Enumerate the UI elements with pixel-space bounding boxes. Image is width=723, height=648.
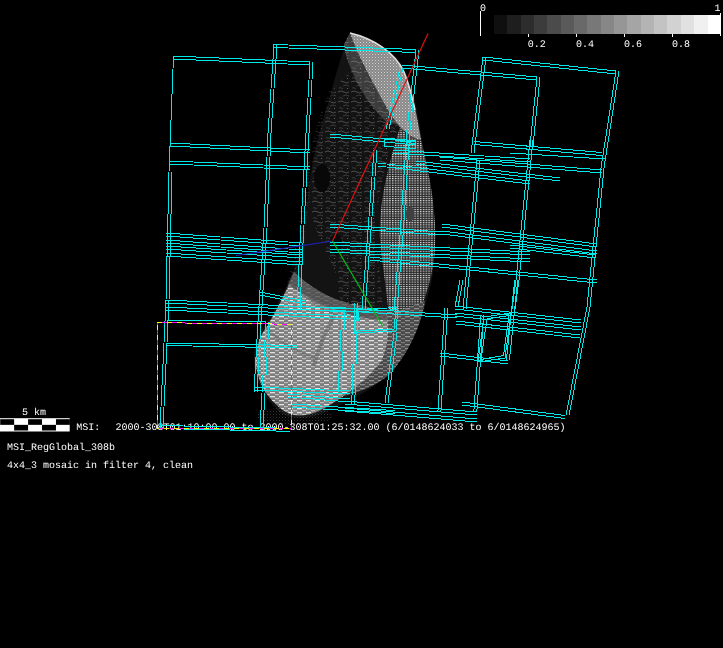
svg-text:1: 1 <box>715 4 721 15</box>
svg-text:MSI_RegGlobal_308b: MSI_RegGlobal_308b <box>7 442 115 454</box>
svg-text:4x4_3 mosaic in filter 4, clea: 4x4_3 mosaic in filter 4, clean <box>7 460 193 472</box>
svg-text:0.8: 0.8 <box>672 40 690 51</box>
svg-text:5 km: 5 km <box>22 407 46 419</box>
svg-text:0.4: 0.4 <box>576 40 594 51</box>
svg-text:0.2: 0.2 <box>528 40 546 51</box>
svg-text:0.6: 0.6 <box>624 40 642 51</box>
svg-text:MSI:: MSI: <box>76 423 100 434</box>
svg-text:0: 0 <box>480 4 486 15</box>
